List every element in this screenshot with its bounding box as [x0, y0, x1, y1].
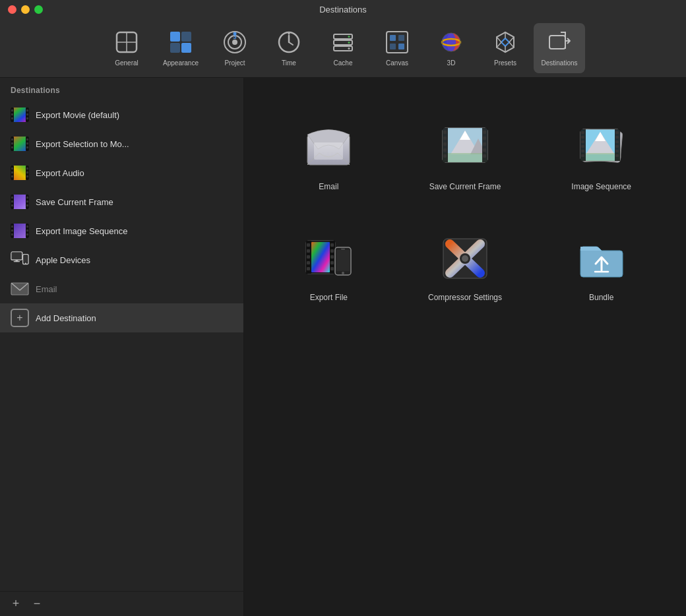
svg-point-11: [234, 32, 237, 36]
email-large-icon: [302, 121, 355, 174]
toolbar-item-cache[interactable]: Cache: [317, 23, 369, 73]
toolbar-presets-label: Presets: [494, 59, 516, 67]
svg-rect-25: [390, 44, 396, 49]
svg-point-21: [348, 47, 350, 49]
export-file-large-icon: [302, 232, 355, 285]
svg-rect-79: [11, 230, 13, 231]
sidebar-item-email[interactable]: Email: [0, 274, 243, 303]
svg-line-35: [497, 42, 501, 47]
svg-rect-69: [11, 197, 13, 199]
time-icon: [276, 29, 302, 55]
svg-rect-86: [15, 260, 18, 261]
sidebar-export-audio-label: Export Audio: [36, 168, 84, 178]
cache-icon: [330, 29, 356, 55]
maximize-button[interactable]: [34, 5, 43, 14]
svg-point-9: [232, 40, 237, 45]
svg-rect-144: [330, 261, 334, 264]
remove-item-button[interactable]: −: [29, 596, 45, 612]
add-item-button[interactable]: +: [8, 596, 24, 612]
svg-rect-47: [26, 117, 28, 119]
destination-card-email[interactable]: Email: [270, 111, 387, 202]
svg-line-34: [509, 37, 514, 42]
sidebar-item-export-image-sequence[interactable]: Export Image Sequence: [0, 216, 243, 245]
sidebar-item-export-selection[interactable]: Export Selection to Mo...: [0, 129, 243, 158]
svg-rect-107: [483, 131, 486, 134]
toolbar-item-canvas[interactable]: Canvas: [371, 23, 423, 73]
sidebar-item-apple-devices[interactable]: Apple Devices: [0, 245, 243, 274]
main-panel: Email: [244, 78, 686, 616]
window-title: Destinations: [319, 5, 367, 15]
svg-point-90: [25, 262, 26, 264]
svg-rect-89: [24, 255, 28, 262]
general-icon: [113, 29, 140, 55]
svg-rect-83: [26, 233, 28, 235]
svg-rect-130: [615, 150, 619, 152]
toolbar-item-presets[interactable]: Presets: [480, 23, 531, 73]
svg-rect-138: [307, 255, 310, 259]
svg-rect-54: [26, 139, 28, 140]
svg-rect-63: [26, 168, 28, 169]
svg-rect-105: [443, 148, 447, 152]
compressor-large-icon: [439, 232, 491, 285]
svg-rect-147: [336, 250, 350, 271]
close-button[interactable]: [8, 5, 16, 14]
main-content: Destinations: [0, 78, 686, 616]
sidebar-footer: + −: [0, 591, 243, 616]
sidebar-item-save-current-frame[interactable]: Save Current Frame: [0, 187, 243, 216]
svg-rect-99: [443, 153, 487, 162]
svg-rect-131: [615, 154, 619, 157]
toolbar-item-general[interactable]: General: [101, 23, 152, 73]
svg-point-15: [288, 33, 290, 35]
sidebar-item-add-destination[interactable]: + Add Destination: [0, 303, 243, 332]
destination-compressor-label: Compressor Settings: [428, 293, 502, 302]
svg-rect-51: [11, 139, 13, 140]
destination-email-label: Email: [319, 182, 338, 191]
destination-card-bundle[interactable]: Bundle: [543, 222, 660, 313]
svg-rect-126: [615, 131, 619, 134]
svg-rect-46: [26, 113, 28, 115]
sidebar-item-export-audio[interactable]: Export Audio: [0, 158, 243, 187]
svg-line-33: [497, 37, 501, 42]
toolbar: General Appearance 3 Project: [0, 18, 686, 78]
svg-rect-23: [390, 35, 396, 41]
threed-icon: [438, 29, 464, 55]
toolbar-appearance-label: Appearance: [163, 59, 199, 67]
svg-rect-106: [443, 154, 447, 158]
svg-rect-62: [11, 175, 13, 177]
image-sequence-large-icon: [575, 121, 628, 174]
traffic-lights[interactable]: [8, 5, 43, 14]
svg-rect-143: [330, 255, 334, 259]
canvas-icon: [384, 29, 410, 55]
destination-card-save-frame[interactable]: Save Current Frame: [407, 111, 524, 202]
toolbar-item-destinations[interactable]: Destinations: [534, 23, 585, 73]
sidebar-item-export-movie[interactable]: Export Movie (default): [0, 100, 243, 129]
svg-rect-110: [483, 148, 486, 152]
destination-bundle-label: Bundle: [589, 293, 613, 302]
sidebar-apple-devices-label: Apple Devices: [36, 255, 90, 265]
toolbar-item-project[interactable]: 3 Project: [209, 23, 261, 73]
svg-rect-136: [307, 243, 310, 247]
svg-rect-78: [11, 226, 13, 228]
toolbar-item-time[interactable]: Time: [263, 23, 315, 73]
svg-rect-65: [26, 175, 28, 177]
svg-rect-140: [307, 267, 310, 270]
svg-rect-73: [26, 200, 28, 202]
sidebar-export-movie-label: Export Movie (default): [36, 110, 119, 120]
toolbar-item-3d[interactable]: 3D: [425, 23, 477, 73]
destination-grid: Email: [264, 98, 666, 326]
destination-card-export-file[interactable]: Export File: [270, 222, 387, 313]
destination-card-compressor[interactable]: Compressor Settings: [407, 222, 524, 313]
sidebar-export-selection-label: Export Selection to Mo...: [36, 139, 129, 149]
svg-point-154: [462, 255, 468, 262]
toolbar-item-appearance[interactable]: Appearance: [155, 23, 206, 73]
svg-rect-128: [615, 140, 619, 143]
toolbar-3d-label: 3D: [447, 59, 456, 67]
email-sidebar-icon: [11, 280, 29, 298]
svg-rect-93: [314, 142, 343, 160]
svg-rect-87: [14, 261, 20, 262]
destination-card-image-sequence[interactable]: Image Sequence: [543, 111, 660, 202]
svg-line-14: [289, 42, 293, 45]
svg-rect-102: [443, 131, 447, 134]
minimize-button[interactable]: [21, 5, 30, 14]
svg-rect-82: [26, 230, 28, 231]
